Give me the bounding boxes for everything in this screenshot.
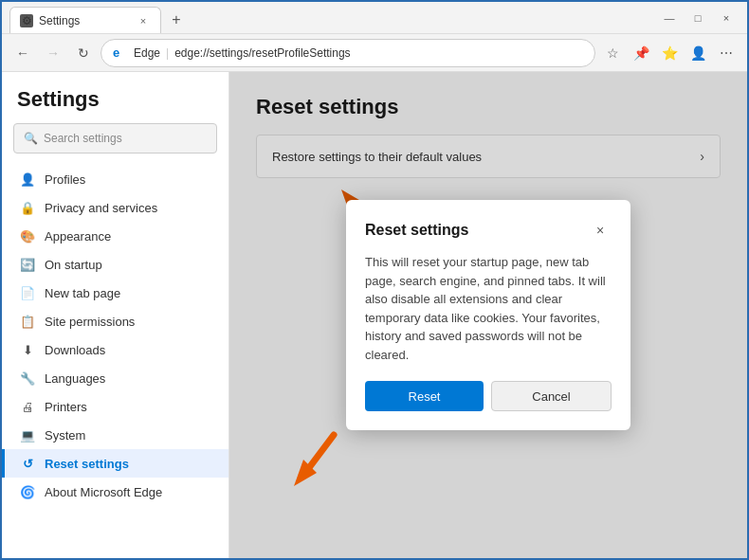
minimize-button[interactable]: — [656,5,683,31]
startup-icon: 🔄 [20,257,35,272]
tab-close-button[interactable]: × [136,13,151,28]
languages-icon: 🔧 [20,370,35,386]
tab-title: Settings [39,14,80,27]
permissions-label: Site permissions [45,315,135,329]
edge-logo-icon: e [113,45,128,61]
sidebar-item-startup[interactable]: 🔄 On startup [2,250,228,279]
more-button[interactable]: ⋯ [713,40,740,66]
favorites-button[interactable]: ⭐ [656,40,683,66]
profile-button[interactable]: 👤 [685,40,711,66]
browser-name-label: Edge [134,46,160,60]
sidebar-item-reset[interactable]: ↺ Reset settings [2,449,228,478]
chevron-right-icon: › [700,149,704,164]
languages-label: Languages [45,371,105,386]
profiles-icon: 👤 [20,172,35,187]
sidebar-item-profiles[interactable]: 👤 Profiles [2,165,228,193]
downloads-label: Downloads [45,343,105,357]
modal-header: Reset settings × [365,219,612,242]
profiles-label: Profiles [45,172,85,187]
sidebar-item-permissions[interactable]: 📋 Site permissions [2,307,228,335]
search-placeholder: Search settings [44,132,122,145]
search-box[interactable]: 🔍 Search settings [13,123,217,154]
title-bar: ⚙ Settings × + — □ × [2,2,747,34]
printers-label: Printers [45,400,87,414]
sidebar-item-newtab[interactable]: 📄 New tab page [2,279,228,307]
sidebar-item-appearance[interactable]: 🎨 Appearance [2,222,228,250]
arrow-annotation-2 [286,425,362,501]
forward-button[interactable]: → [40,40,66,66]
restore-defaults-item[interactable]: Restore settings to their default values… [256,135,721,178]
close-button[interactable]: × [713,5,740,31]
main-panel: Reset settings Restore settings to their… [229,72,747,558]
settings-tab[interactable]: ⚙ Settings × [9,7,161,33]
sidebar-item-privacy[interactable]: 🔒 Privacy and services [2,193,228,222]
reset-settings-modal: Reset settings × This will reset your st… [346,200,630,430]
startup-label: On startup [45,258,102,272]
appearance-icon: 🎨 [20,228,35,244]
about-label: About Microsoft Edge [45,485,162,499]
modal-title: Reset settings [365,222,468,239]
restore-defaults-label: Restore settings to their default values [272,150,482,164]
window-controls: — □ × [656,5,740,31]
privacy-icon: 🔒 [20,200,35,215]
modal-footer: Reset Cancel [365,381,612,411]
pin-button[interactable]: 📌 [628,40,654,66]
tab-strip: ⚙ Settings × + [9,2,650,33]
sidebar-item-downloads[interactable]: ⬇ Downloads [2,335,228,364]
system-icon: 💻 [20,427,35,443]
sidebar-title: Settings [2,87,228,123]
cancel-button[interactable]: Cancel [491,381,612,411]
address-bar[interactable]: e Edge | edge://settings/resetProfileSet… [100,39,595,67]
privacy-label: Privacy and services [45,201,157,215]
modal-close-button[interactable]: × [589,219,612,242]
sidebar: Settings 🔍 Search settings 👤 Profiles 🔒 … [2,72,229,558]
reset-label: Reset settings [45,457,129,471]
star-button[interactable]: ☆ [599,40,626,66]
printers-icon: 🖨 [20,399,35,414]
reset-confirm-button[interactable]: Reset [365,381,484,411]
system-label: System [45,428,85,443]
reset-icon: ↺ [20,456,35,471]
new-tab-button[interactable]: + [163,7,190,33]
newtab-icon: 📄 [20,285,35,300]
nav-bar: ← → ↻ e Edge | edge://settings/resetProf… [2,34,747,72]
browser-window: ⚙ Settings × + — □ × ← → ↻ e Edge | edge… [0,0,749,560]
svg-marker-2 [294,460,317,486]
page-title: Reset settings [256,95,721,119]
about-icon: 🌀 [20,484,35,499]
maximize-button[interactable]: □ [685,5,711,31]
appearance-label: Appearance [45,229,111,244]
downloads-icon: ⬇ [20,342,35,357]
sidebar-item-printers[interactable]: 🖨 Printers [2,392,228,421]
toolbar-icons: ☆ 📌 ⭐ 👤 ⋯ [599,40,740,66]
address-separator: | [166,46,169,60]
refresh-button[interactable]: ↻ [70,40,97,66]
permissions-icon: 📋 [20,314,35,329]
url-text: edge://settings/resetProfileSettings [174,46,583,60]
search-icon: 🔍 [24,132,38,145]
modal-body: This will reset your startup page, new t… [365,253,612,364]
content-area: Settings 🔍 Search settings 👤 Profiles 🔒 … [2,72,747,558]
newtab-label: New tab page [45,286,120,300]
sidebar-item-about[interactable]: 🌀 About Microsoft Edge [2,478,228,506]
back-button[interactable]: ← [9,40,36,66]
sidebar-item-languages[interactable]: 🔧 Languages [2,364,228,392]
tab-icon: ⚙ [20,14,33,27]
sidebar-item-system[interactable]: 💻 System [2,421,228,449]
